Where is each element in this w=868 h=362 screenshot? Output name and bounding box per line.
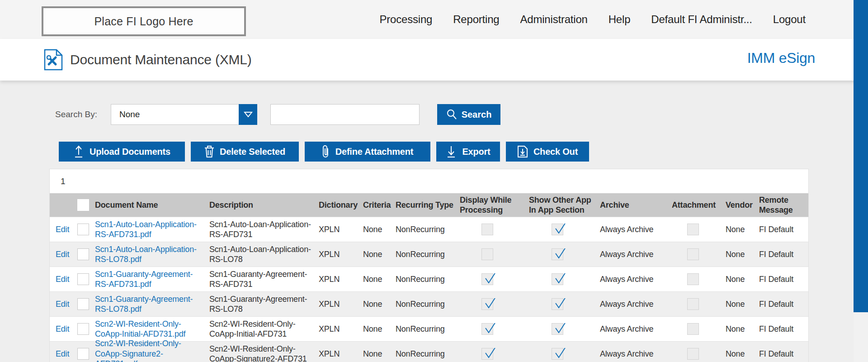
export-button[interactable]: Export — [436, 142, 500, 162]
paperclip-icon — [322, 145, 330, 158]
chevron-down-icon[interactable] — [239, 104, 257, 125]
cell-desc: Scn2-WI-Resident-Only-CoApp-Initial-AFD7… — [207, 319, 316, 339]
cell-dwp — [453, 248, 521, 260]
document-name-link[interactable]: Scn2-WI-Resident-Only-CoApp-Signature2-A… — [95, 338, 203, 362]
cell-att — [666, 224, 720, 235]
cell-rec: NonRecurring — [390, 249, 453, 260]
cell-rem: FI Default — [754, 274, 809, 285]
vertical-scrollbar[interactable] — [854, 0, 868, 362]
cell-arch: Always Archive — [594, 274, 666, 285]
display-while-processing-flag-unchecked — [481, 224, 493, 235]
define-attachment-label: Define Attachment — [335, 147, 414, 157]
display-while-processing-flag-checked — [481, 273, 493, 285]
table-row: EditScn1-Auto-Loan-Application-RS-AFD731… — [50, 217, 808, 242]
attachment-flag-unchecked — [687, 298, 699, 310]
header-remote-message: Remote Message — [754, 195, 809, 215]
cell-dict: XPLN — [316, 324, 359, 334]
cell-arch: Always Archive — [594, 349, 666, 359]
check-out-button[interactable]: Check Out — [506, 142, 589, 162]
cell-check — [73, 248, 93, 260]
cell-name: Scn1-Guaranty-Agreement-RS-AFD731.pdf — [93, 269, 207, 290]
cell-crit: None — [359, 274, 390, 285]
cell-edit: Edit — [50, 299, 73, 310]
document-name-link[interactable]: Scn1-Auto-Loan-Application-RS-LO78.pdf — [95, 244, 203, 265]
document-name-link[interactable]: Scn1-Guaranty-Agreement-RS-AFD731.pdf — [95, 269, 203, 290]
edit-link[interactable]: Edit — [56, 249, 73, 260]
show-other-app-flag-checked — [552, 323, 563, 335]
edit-link[interactable]: Edit — [56, 299, 73, 310]
document-name-link[interactable]: Scn2-WI-Resident-Only-CoApp-Initial-AFD7… — [95, 319, 203, 339]
cell-soa — [521, 273, 594, 285]
cell-ven: None — [720, 349, 754, 359]
cell-dwp — [453, 323, 521, 335]
cell-arch: Always Archive — [594, 299, 666, 310]
delete-selected-button[interactable]: Delete Selected — [191, 142, 299, 162]
display-while-processing-flag-checked — [481, 298, 493, 310]
select-all-checkbox[interactable] — [77, 199, 89, 211]
cell-ven: None — [720, 224, 754, 235]
define-attachment-button[interactable]: Define Attachment — [305, 142, 430, 162]
header-display-while-processing: Display While Processing — [453, 195, 521, 215]
row-select-checkbox[interactable] — [77, 348, 89, 360]
attachment-flag-unchecked — [687, 248, 699, 260]
cell-att — [666, 273, 720, 285]
fi-logo-placeholder[interactable]: Place FI Logo Here — [42, 6, 246, 36]
nav-item-logout[interactable]: Logout — [773, 13, 806, 26]
cell-crit: None — [359, 224, 390, 235]
cell-edit: Edit — [50, 274, 73, 285]
top-navbar: Place FI Logo Here Processing Reporting … — [0, 0, 868, 39]
page-title: Document Maintenance (XML) — [70, 52, 252, 67]
row-select-checkbox[interactable] — [77, 323, 89, 335]
documents-table: 1 Document Name Description Dictionary C… — [49, 169, 809, 362]
upload-documents-button[interactable]: Upload Documents — [59, 142, 185, 162]
fi-logo-text: Place FI Logo Here — [94, 15, 193, 28]
edit-link[interactable]: Edit — [56, 349, 73, 359]
cell-dwp — [453, 348, 521, 360]
cell-name: Scn1-Auto-Loan-Application-RS-AFD731.pdf — [93, 219, 207, 240]
edit-link[interactable]: Edit — [56, 274, 73, 285]
header-description: Description — [207, 200, 316, 210]
cell-desc: Scn1-Auto-Loan-Application-RS-LO78 — [207, 244, 316, 265]
cell-ven: None — [720, 299, 754, 310]
cell-att — [666, 348, 720, 360]
nav-item-administration[interactable]: Administration — [520, 13, 587, 26]
edit-link[interactable]: Edit — [56, 224, 73, 235]
attachment-flag-unchecked — [687, 348, 699, 360]
page-number[interactable]: 1 — [61, 176, 66, 186]
brand-imm-esign: IMM eSign — [747, 50, 815, 67]
search-input[interactable] — [270, 104, 420, 125]
row-select-checkbox[interactable] — [77, 248, 89, 260]
cell-edit: Edit — [50, 224, 73, 235]
row-select-checkbox[interactable] — [77, 224, 89, 235]
cell-dwp — [453, 273, 521, 285]
cell-rem: FI Default — [754, 224, 809, 235]
check-out-icon — [517, 145, 528, 158]
edit-link[interactable]: Edit — [56, 324, 73, 334]
upload-icon — [73, 145, 84, 158]
cell-rem: FI Default — [754, 324, 809, 334]
nav-item-processing[interactable]: Processing — [379, 13, 432, 26]
cell-desc: Scn2-WI-Resident-Only-CoApp-Signature2-A… — [207, 344, 316, 362]
nav-item-user-menu[interactable]: Default FI Administr... — [651, 13, 752, 26]
display-while-processing-flag-unchecked — [481, 248, 493, 260]
pagination: 1 — [50, 169, 808, 193]
trash-icon — [204, 145, 214, 158]
row-select-checkbox[interactable] — [77, 298, 89, 310]
document-name-link[interactable]: Scn1-Guaranty-Agreement-RS-LO78.pdf — [95, 294, 203, 314]
row-select-checkbox[interactable] — [77, 273, 89, 285]
nav-item-reporting[interactable]: Reporting — [453, 13, 499, 26]
show-other-app-flag-checked — [552, 298, 563, 310]
search-by-dropdown[interactable]: None — [111, 104, 257, 125]
table-row: EditScn1-Guaranty-Agreement-RS-LO78.pdfS… — [50, 291, 808, 316]
document-maintenance-icon — [44, 49, 63, 71]
nav-item-help[interactable]: Help — [609, 13, 631, 26]
cell-desc: Scn1-Guaranty-Agreement-RS-AFD731 — [207, 269, 316, 290]
table-header-row: Document Name Description Dictionary Cri… — [50, 193, 808, 217]
cell-rem: FI Default — [754, 349, 809, 359]
search-button[interactable]: Search — [437, 104, 500, 125]
cell-edit: Edit — [50, 349, 73, 359]
scrollbar-thumb[interactable] — [854, 0, 868, 312]
document-name-link[interactable]: Scn1-Auto-Loan-Application-RS-AFD731.pdf — [95, 219, 203, 240]
cell-rec: NonRecurring — [390, 299, 453, 310]
cell-ven: None — [720, 324, 754, 334]
